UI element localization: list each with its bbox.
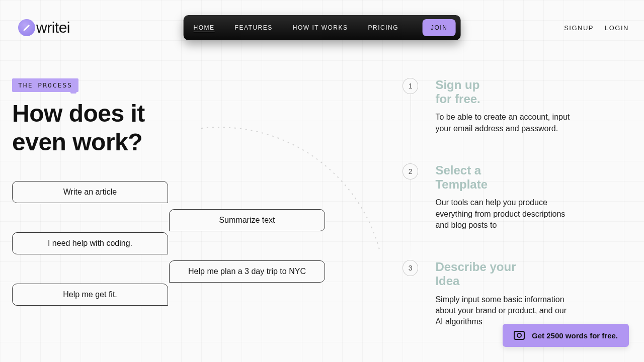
nav-features[interactable]: FEATURES — [235, 24, 273, 31]
step-number: 2 — [403, 163, 418, 179]
prompt-item[interactable]: Write an article — [12, 181, 168, 203]
step-item: 2 Select a Template Our tools can help y… — [403, 163, 574, 231]
nav-how-it-works[interactable]: HOW IT WORKS — [293, 24, 348, 31]
brand-logo[interactable]: writei — [18, 19, 70, 36]
heading-line-2: even work? — [12, 129, 142, 155]
nav-pricing[interactable]: PRICING — [368, 24, 399, 31]
step-description: Our tools can help you produce everythin… — [435, 197, 574, 231]
step-item: 3 Describe your Idea Simply input some b… — [403, 260, 574, 327]
step-item: 1 Sign up for free. To be able to create… — [403, 78, 574, 134]
prompt-item[interactable]: I need help with coding. — [12, 232, 168, 254]
prompt-item[interactable]: Summarize text — [169, 209, 325, 231]
step-title: Sign up for free. — [435, 78, 574, 106]
heading-line-1: How does it — [12, 100, 145, 127]
join-button[interactable]: JOIN — [423, 19, 455, 36]
section-tag: THE PROCESS — [12, 78, 78, 92]
signup-link[interactable]: SIGNUP — [564, 24, 594, 32]
nav-home[interactable]: HOME — [194, 24, 215, 31]
prompt-item[interactable]: Help me plan a 3 day trip to NYC — [169, 260, 325, 283]
section-heading: How does it even work? — [12, 100, 145, 156]
step-title: Describe your Idea — [435, 260, 574, 288]
tag-corner-decoration — [70, 87, 76, 94]
step-description: Simply input some basic information abou… — [435, 294, 574, 328]
pen-icon — [18, 19, 35, 36]
step-description: To be able to create an account, input y… — [435, 112, 574, 134]
step-connector — [411, 94, 411, 174]
step-number: 1 — [403, 78, 418, 94]
step-number: 3 — [403, 260, 418, 276]
prompt-item[interactable]: Help me get fit. — [12, 284, 168, 306]
brand-name: writei — [36, 19, 70, 36]
main-nav: HOME FEATURES HOW IT WORKS PRICING JOIN — [184, 15, 461, 40]
auth-links: SIGNUP LOGIN — [564, 24, 629, 32]
step-connector — [411, 179, 411, 260]
cta-get-free-words[interactable]: Get 2500 words for free. — [503, 324, 629, 347]
cta-label: Get 2500 words for free. — [532, 331, 618, 340]
wallet-icon — [514, 331, 525, 340]
login-link[interactable]: LOGIN — [605, 24, 629, 32]
steps-list: 1 Sign up for free. To be able to create… — [403, 78, 574, 328]
step-title: Select a Template — [435, 163, 574, 191]
prompt-bubbles: Write an article Summarize text I need h… — [12, 181, 344, 312]
